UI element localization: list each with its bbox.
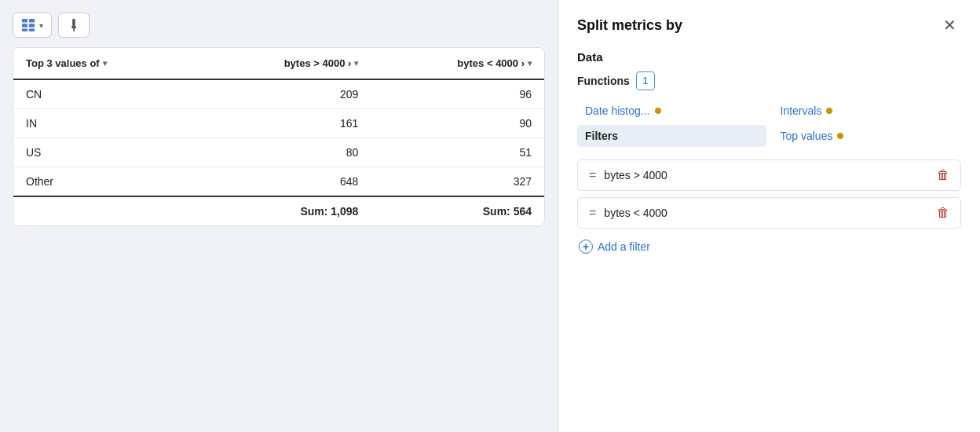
toolbar: ▾ (13, 13, 545, 38)
add-filter-label: Add a filter (598, 240, 650, 253)
table-row: CN 209 96 (13, 79, 544, 109)
table-row: IN 161 90 (13, 109, 544, 138)
delete-filter-button[interactable]: 🗑 (937, 207, 949, 219)
tabs-row: Date histog... Intervals Filters Top val… (577, 100, 961, 147)
row-label: CN (13, 79, 198, 109)
table-row: US 80 51 (13, 138, 544, 167)
filter-eq-icon: = (589, 168, 596, 182)
filter-text: bytes > 4000 (604, 169, 929, 181)
data-table-container: Top 3 values of ▾ bytes > 4000 › ▾ bytes… (13, 47, 545, 226)
svg-rect-3 (29, 24, 35, 27)
filter-row: = bytes < 4000 🗑 (577, 197, 961, 229)
sum-col3: Sum: 564 (371, 196, 544, 225)
svg-rect-8 (73, 29, 75, 32)
tab-filters[interactable]: Filters (577, 125, 766, 147)
panel-header: Split metrics by ✕ (577, 16, 961, 35)
col3-header-button[interactable]: bytes < 4000 › ▾ (457, 57, 532, 69)
data-table: Top 3 values of ▾ bytes > 4000 › ▾ bytes… (13, 48, 544, 225)
col3-header-label: bytes < 4000 › (457, 57, 525, 69)
col2-chevron-icon: ▾ (354, 59, 358, 68)
close-button[interactable]: ✕ (938, 16, 961, 35)
sum-col2: Sum: 1,098 (198, 196, 371, 225)
row-col3: 327 (371, 167, 544, 197)
row-col3: 96 (371, 79, 544, 109)
right-panel: Split metrics by ✕ Data Functions 1 Date… (558, 0, 980, 432)
svg-rect-5 (29, 29, 35, 32)
col3-chevron-icon: ▾ (528, 59, 532, 68)
row-col2: 161 (198, 109, 371, 138)
tab-filters-label: Filters (585, 130, 618, 142)
tab-intervals-label: Intervals (781, 104, 822, 117)
table-icon (21, 18, 35, 32)
filter-text: bytes < 4000 (604, 207, 929, 219)
row-col2: 648 (198, 167, 371, 197)
col1-header-label: Top 3 values of (26, 57, 100, 69)
row-col3: 51 (371, 138, 544, 167)
col2-header-label: bytes > 4000 › (284, 57, 352, 69)
add-filter-button[interactable]: + Add a filter (577, 235, 652, 258)
filter-button[interactable] (58, 13, 90, 38)
data-section: Data Functions 1 Date histog... Interval… (577, 50, 961, 258)
table-row: Other 648 327 (13, 167, 544, 197)
svg-rect-6 (72, 19, 75, 26)
tab-intervals[interactable]: Intervals (773, 100, 962, 122)
tab-top-values-dot (837, 133, 843, 139)
svg-rect-4 (22, 29, 27, 32)
svg-rect-1 (29, 19, 35, 23)
tab-top-values[interactable]: Top values (773, 125, 962, 147)
col1-chevron-icon: ▾ (103, 59, 107, 68)
svg-rect-2 (22, 24, 27, 27)
svg-rect-7 (71, 26, 75, 29)
chevron-down-icon: ▾ (39, 21, 43, 30)
row-col2: 209 (198, 79, 371, 109)
panel-title: Split metrics by (577, 17, 682, 34)
row-col2: 80 (198, 138, 371, 167)
tab-date-histogram-label: Date histog... (585, 104, 650, 117)
col1-header-button[interactable]: Top 3 values of ▾ (26, 57, 107, 69)
filter-eq-icon: = (589, 206, 596, 220)
tab-intervals-dot (826, 108, 832, 114)
brush-icon (67, 18, 81, 32)
row-label: Other (13, 167, 198, 197)
functions-row: Functions 1 (577, 71, 961, 90)
row-label: US (13, 138, 198, 167)
row-col3: 90 (371, 109, 544, 138)
svg-rect-0 (22, 19, 27, 23)
col2-header-button[interactable]: bytes > 4000 › ▾ (284, 57, 359, 69)
tab-top-values-label: Top values (781, 130, 833, 142)
tab-date-histogram-dot (655, 108, 661, 114)
func-icon[interactable]: 1 (636, 71, 655, 90)
filter-row: = bytes > 4000 🗑 (577, 159, 961, 191)
tab-date-histogram[interactable]: Date histog... (577, 100, 766, 122)
delete-filter-button[interactable]: 🗑 (937, 169, 949, 181)
left-panel: ▾ Top 3 values of ▾ (0, 0, 558, 432)
table-view-button[interactable]: ▾ (13, 13, 52, 38)
add-filter-icon: + (579, 240, 593, 254)
filters-container: = bytes > 4000 🗑 = bytes < 4000 🗑 (577, 159, 961, 229)
functions-label: Functions (577, 75, 630, 87)
row-label: IN (13, 109, 198, 138)
section-title: Data (577, 50, 961, 64)
